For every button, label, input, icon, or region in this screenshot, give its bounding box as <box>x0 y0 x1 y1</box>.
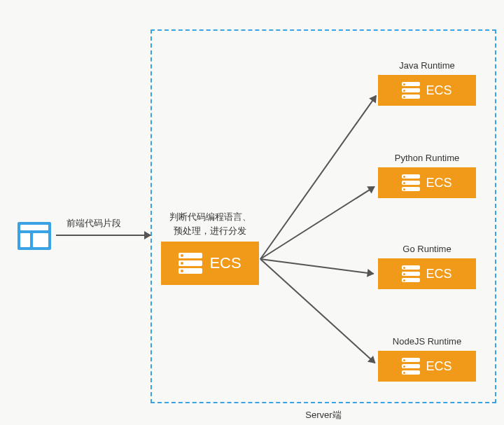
runtime-node: NodeJS Runtime ECS <box>378 336 476 382</box>
arrow-frontend-label: 前端代码片段 <box>66 217 121 230</box>
server-icon <box>402 82 420 99</box>
runtime-java-caption: Java Runtime <box>378 60 476 71</box>
server-icon <box>178 253 202 274</box>
runtime-python-label: ECS <box>426 176 451 190</box>
diagram-stage: Server端 前端代码片段 判断代码编程语言、 预处理，进行分发 ECS Ja… <box>0 0 504 425</box>
server-icon <box>402 358 420 375</box>
runtime-go-label: ECS <box>426 267 451 281</box>
server-icon <box>402 265 420 282</box>
central-ecs-label: ECS <box>209 254 241 272</box>
central-ecs-box: ECS <box>161 242 259 285</box>
central-ecs-node: 判断代码编程语言、 预处理，进行分发 ECS <box>161 210 259 285</box>
runtime-go-caption: Go Runtime <box>378 244 476 254</box>
runtime-python: Python Runtime ECS <box>378 153 476 198</box>
frontend-icon <box>18 222 51 250</box>
arrow-frontend-to-central <box>56 235 150 236</box>
runtime-python-box: ECS <box>378 167 476 198</box>
runtime-node-caption: NodeJS Runtime <box>378 336 476 347</box>
runtime-java-box: ECS <box>378 75 476 106</box>
runtime-node-label: ECS <box>426 359 451 374</box>
server-container-label: Server端 <box>152 409 495 421</box>
runtime-java: Java Runtime ECS <box>378 60 476 106</box>
runtime-node-box: ECS <box>378 351 476 382</box>
runtime-go: Go Runtime ECS <box>378 244 476 289</box>
runtime-java-label: ECS <box>426 83 451 98</box>
central-caption: 判断代码编程语言、 预处理，进行分发 <box>161 210 259 237</box>
runtime-python-caption: Python Runtime <box>378 153 476 163</box>
server-icon <box>402 174 420 191</box>
runtime-go-box: ECS <box>378 258 476 289</box>
